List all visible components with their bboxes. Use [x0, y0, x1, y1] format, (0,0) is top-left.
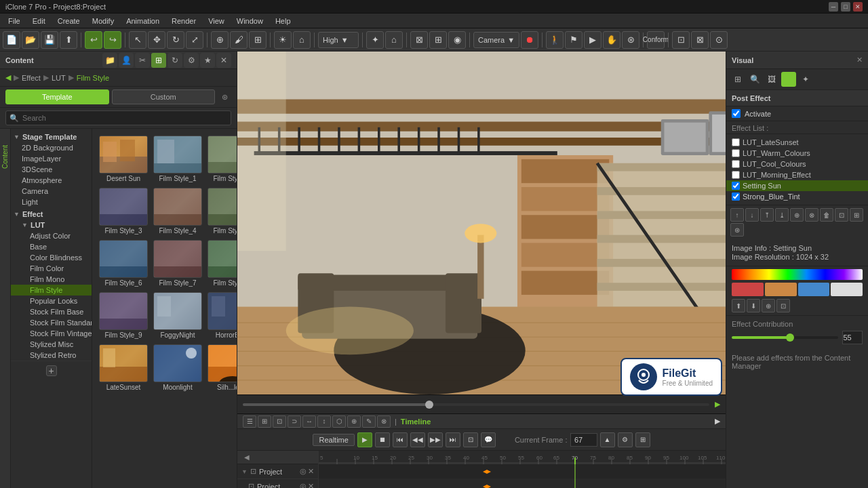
effect-lut-warm[interactable]: LUT_Warm_Colours [726, 148, 868, 159]
menu-file[interactable]: File [3, 16, 26, 26]
tree-base[interactable]: Base [11, 241, 92, 252]
undo-button[interactable]: ↩ [85, 31, 102, 49]
grad-thumb-2[interactable] [765, 283, 797, 296]
et-top-btn[interactable]: ⤒ [760, 208, 774, 222]
thumb-film-style-9[interactable]: Film Style_9 [98, 291, 149, 340]
thumb-film-style-1[interactable]: Film Style_1 [152, 134, 203, 184]
menu-create[interactable]: Create [52, 16, 85, 26]
icon-person[interactable]: 👤 [119, 53, 134, 68]
settings-button[interactable]: ⚙ [618, 432, 633, 447]
select-button[interactable]: ↖ [129, 31, 146, 49]
tb-sun-icon[interactable]: ✦ [366, 31, 384, 49]
effect-lut-warm-checkbox[interactable] [732, 149, 740, 157]
home-button[interactable]: ⌂ [293, 31, 311, 49]
thumb-horror-blue[interactable]: HorrorBlue [206, 291, 237, 340]
track-project2-label[interactable]: ⊡ Project ◎ ✕ [237, 479, 318, 488]
menu-view[interactable]: View [203, 16, 230, 26]
tl-right-btn[interactable]: ▶ [715, 417, 720, 426]
thumb-film-style-5[interactable]: Film Style_5 [206, 186, 237, 236]
tree-adjust-color[interactable]: Adjust Color [11, 230, 92, 241]
tl-btn-1[interactable]: ☰ [243, 415, 256, 428]
viewport-3d[interactable]: ⊡ [237, 52, 726, 394]
tl-btn-2[interactable]: ⊞ [258, 415, 271, 428]
menu-modify[interactable]: Modify [87, 16, 119, 26]
thumb-film-style-3[interactable]: Film Style_3 [98, 186, 149, 236]
tb-house-icon[interactable]: ⌂ [385, 31, 403, 49]
vis-search-icon[interactable]: 🔍 [747, 72, 762, 87]
grad-copy-btn[interactable]: ⊕ [762, 299, 775, 312]
vis-star-icon[interactable]: ✦ [798, 72, 813, 87]
menu-edit[interactable]: Edit [27, 16, 51, 26]
thumb-late-sunset[interactable]: LateSunset [98, 343, 149, 392]
effect-setting-sun[interactable]: Setting Sun [726, 180, 868, 191]
add-item-button[interactable]: + [46, 365, 57, 376]
track-project-label[interactable]: ▼ ⊡ Project ◎ ✕ [237, 464, 318, 479]
snap-button[interactable]: ⊞ [249, 31, 267, 49]
close-panel-button[interactable]: ✕ [216, 53, 231, 68]
new-button[interactable]: 📄 [3, 31, 20, 49]
tree-light[interactable]: Light [11, 197, 92, 207]
tb-extra-3[interactable]: ⊙ [710, 31, 728, 49]
et-move-down-btn[interactable]: ↓ [745, 208, 759, 222]
open-button[interactable]: 📂 [22, 31, 39, 49]
tree-stage-template[interactable]: ▼ Stage Template [11, 131, 92, 142]
effect-lut-cool[interactable]: LUT_Cool_Colours [726, 159, 868, 169]
tc-extra-btn[interactable]: ⊞ [635, 432, 650, 447]
menu-window[interactable]: Window [231, 16, 269, 26]
ec-slider[interactable] [732, 336, 838, 339]
tl-btn-8[interactable]: ⊕ [347, 415, 361, 428]
menu-render[interactable]: Render [166, 16, 201, 26]
ec-slider-thumb[interactable] [786, 333, 794, 342]
maximize-button[interactable]: □ [841, 2, 850, 12]
tab-custom[interactable]: Custom [112, 89, 216, 104]
tb-extra-1[interactable]: ⊡ [672, 31, 690, 49]
tree-color-blindness[interactable]: Color Blindness [11, 252, 92, 263]
save-button[interactable]: 💾 [41, 31, 58, 49]
crumb-effect[interactable]: Effect [22, 74, 41, 82]
loop-button[interactable]: ⊡ [463, 432, 478, 447]
thumb-film-style-6[interactable]: Film Style_6 [98, 239, 149, 288]
ec-value-input[interactable] [842, 331, 863, 344]
effect-lut-morning-checkbox[interactable] [732, 171, 740, 179]
tree-popular-looks[interactable]: Popular Looks [11, 296, 92, 306]
grad-thumb-4[interactable] [831, 283, 863, 296]
frame-number-input[interactable] [570, 433, 597, 447]
vert-content-label[interactable]: Content [0, 142, 10, 171]
back-arrow[interactable]: ◀ [5, 73, 11, 82]
tb-grid-icon[interactable]: ⊞ [429, 31, 447, 49]
grad-settings-btn[interactable]: ⊡ [776, 299, 790, 312]
conform-dropdown[interactable]: Conform [647, 31, 665, 49]
vis-color-green[interactable] [781, 72, 796, 87]
prev-frame-button[interactable]: ⏮ [393, 432, 408, 447]
tree-stock-film-vintage[interactable]: Stock Film Vintage [11, 328, 92, 339]
tl-btn-9[interactable]: ✎ [362, 415, 376, 428]
icon-tools[interactable]: ✂ [135, 53, 150, 68]
tb-expand-icon[interactable]: ⊠ [410, 31, 428, 49]
next-frame-button[interactable]: ⏭ [446, 432, 460, 447]
tree-stylized-misc[interactable]: Stylized Misc [11, 339, 92, 350]
light-button[interactable]: ☀ [274, 31, 292, 49]
tree-atmosphere[interactable]: Atmosphere [11, 175, 92, 186]
minimize-button[interactable]: ─ [829, 2, 838, 12]
tl-btn-6[interactable]: ↕ [317, 415, 331, 428]
physics-button[interactable]: ⊛ [622, 31, 639, 49]
tree-film-color[interactable]: Film Color [11, 263, 92, 274]
realtime-button[interactable]: Realtime [313, 434, 354, 446]
effect-lut-cool-checkbox[interactable] [732, 160, 740, 168]
tree-stock-film-std[interactable]: Stock Film Standard [11, 317, 92, 328]
thumb-film-style-4[interactable]: Film Style_4 [152, 186, 203, 236]
step-back-button[interactable]: ◀◀ [410, 432, 425, 447]
icon-template[interactable]: ⊞ [151, 53, 166, 68]
icon-folder[interactable]: 📁 [102, 53, 117, 68]
thumb-desert-sun[interactable]: Desert Sun [98, 134, 149, 184]
effect-setting-sun-checkbox[interactable] [732, 182, 740, 190]
tree-3dscene[interactable]: 3DScene [11, 164, 92, 175]
tree-stylized-retro[interactable]: Stylized Retro [11, 350, 92, 361]
record-button[interactable]: ⏺ [521, 31, 538, 49]
quality-dropdown[interactable]: High ▼ [318, 32, 359, 48]
scrubber-handle[interactable] [425, 401, 433, 409]
et-copy-btn[interactable]: ⊕ [790, 208, 804, 222]
grad-thumb-1[interactable] [732, 283, 764, 296]
tb-dot-icon[interactable]: ◉ [448, 31, 466, 49]
crumb-lut[interactable]: LUT [52, 74, 66, 82]
